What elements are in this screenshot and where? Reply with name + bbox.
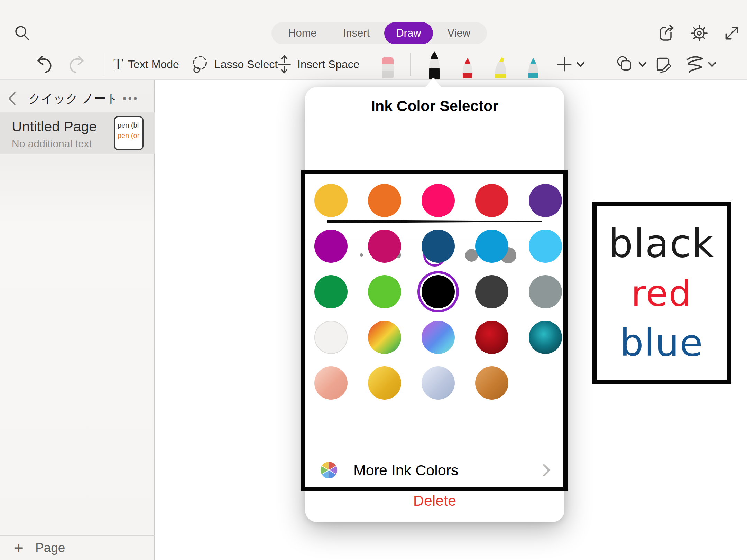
- pencil-teal[interactable]: [525, 57, 542, 80]
- eraser-tool[interactable]: [379, 57, 396, 80]
- annotation-rectangle-color-grid: [301, 170, 568, 491]
- yellow-highlighter-icon: [491, 57, 510, 79]
- chevron-down-icon: [708, 62, 716, 67]
- plus-icon: +: [14, 540, 24, 556]
- add-page-button[interactable]: + Page: [0, 535, 155, 560]
- red-pen-icon: [459, 57, 476, 79]
- settings-button[interactable]: [689, 24, 710, 43]
- text-mode-label: Text Mode: [128, 58, 179, 71]
- tab-insert[interactable]: Insert: [331, 24, 382, 42]
- plus-icon: [556, 56, 573, 73]
- lasso-icon: [190, 54, 210, 74]
- tab-draw[interactable]: Draw: [384, 22, 433, 44]
- fullscreen-icon: [722, 24, 741, 43]
- insert-space-icon: [276, 54, 293, 74]
- delete-button[interactable]: Delete: [305, 492, 564, 509]
- undo-icon: [35, 54, 55, 74]
- ink-to-shape-button[interactable]: [652, 54, 674, 75]
- add-page-label: Page: [35, 541, 65, 555]
- popup-arrow: [423, 77, 444, 88]
- chevron-down-icon: [577, 62, 585, 67]
- fullscreen-button[interactable]: [721, 24, 742, 43]
- insert-space-label: Insert Space: [297, 58, 360, 71]
- onenote-window: HomeInsertDrawView: [0, 0, 747, 560]
- lasso-select-button[interactable]: Lasso Select: [190, 52, 278, 77]
- section-title: クイック ノート: [24, 91, 123, 107]
- gear-icon: [690, 24, 709, 43]
- pen-red[interactable]: [459, 57, 476, 80]
- handwritten-word-blue: blue: [620, 319, 703, 366]
- sidebar-header: クイック ノート •••: [0, 86, 154, 111]
- eraser-icon: [379, 57, 396, 79]
- text-mode-icon: T: [113, 56, 123, 72]
- black-pen-icon: [425, 50, 444, 80]
- ribbon-tabs: HomeInsertDrawView: [271, 22, 487, 44]
- redo-button[interactable]: [66, 52, 86, 77]
- page-thumbnail: pen (blpen (or: [114, 116, 144, 150]
- shapes-chevron[interactable]: [637, 59, 648, 70]
- redo-icon: [66, 54, 86, 74]
- pen-divider: [410, 53, 411, 76]
- shapes-button[interactable]: [614, 54, 636, 75]
- ink-strokes-button[interactable]: [684, 54, 706, 75]
- add-pen-button[interactable]: [555, 55, 574, 74]
- page-subtitle: No additional text: [12, 138, 92, 150]
- chevron-left-icon: [8, 92, 17, 105]
- pen-gallery-chevron[interactable]: [575, 59, 587, 70]
- thumbnail-text: pen (or: [118, 130, 141, 141]
- page-list-item[interactable]: Untitled Page No additional text pen (bl…: [0, 112, 155, 154]
- thumbnail-text: pen (bl: [118, 120, 141, 130]
- search-button[interactable]: [12, 24, 32, 43]
- highlighter-yellow[interactable]: [491, 57, 510, 80]
- squiggle-icon: [684, 54, 705, 75]
- tab-home[interactable]: Home: [276, 24, 329, 42]
- sidebar: クイック ノート ••• Untitled Page No additional…: [0, 80, 155, 560]
- popup-title: Ink Color Selector: [305, 97, 564, 114]
- tab-view[interactable]: View: [436, 24, 482, 42]
- share-icon: [657, 24, 676, 43]
- shapes-icon: [615, 55, 635, 75]
- toolbar-divider: [104, 53, 104, 76]
- back-button[interactable]: [0, 92, 24, 105]
- handwritten-word-red: red: [631, 271, 692, 316]
- share-button[interactable]: [656, 24, 677, 43]
- page-title: Untitled Page: [12, 119, 97, 135]
- section-more-button[interactable]: •••: [123, 93, 154, 104]
- insert-space-button[interactable]: Insert Space: [276, 52, 360, 77]
- teal-pencil-icon: [525, 57, 542, 79]
- note-with-pen-icon: [653, 55, 673, 75]
- handwritten-note-box: blackredblue: [592, 202, 731, 384]
- text-mode-button[interactable]: T Text Mode: [113, 52, 179, 77]
- lasso-label: Lasso Select: [214, 58, 278, 71]
- handwritten-word-black: black: [608, 219, 714, 268]
- ink-strokes-chevron[interactable]: [706, 59, 718, 70]
- pen-black-selected[interactable]: [425, 50, 444, 81]
- top-bar: HomeInsertDrawView: [0, 0, 747, 80]
- search-icon: [13, 24, 31, 42]
- undo-button[interactable]: [35, 52, 55, 77]
- chevron-down-icon: [638, 62, 647, 67]
